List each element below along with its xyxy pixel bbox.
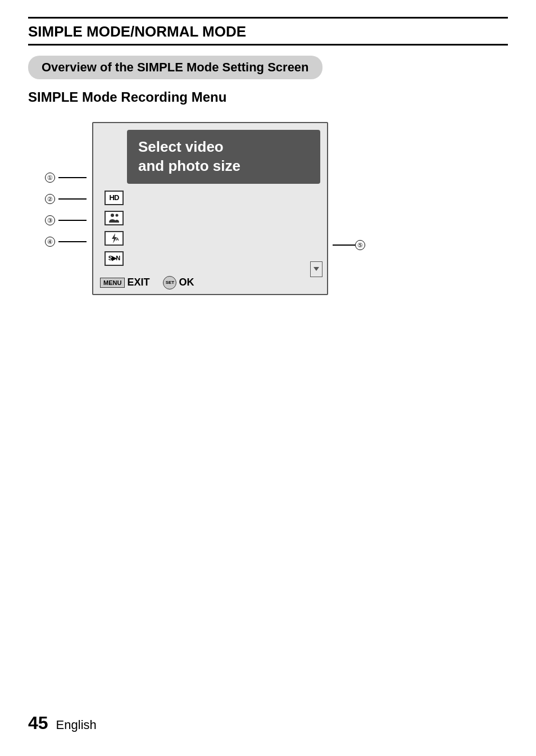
menu-item-hd: HD — [105, 188, 327, 207]
scroll-arrow — [314, 267, 319, 271]
callout-circle-3: ③ — [45, 215, 55, 225]
callout-circle-4: ④ — [45, 237, 55, 247]
exit-label: EXIT — [127, 277, 149, 288]
person-svg — [108, 212, 120, 224]
callout-line-5h — [333, 245, 355, 246]
hd-icon: HD — [105, 191, 124, 205]
callout-4: ④ — [45, 237, 87, 247]
callout-line-4 — [58, 241, 87, 242]
svg-point-1 — [116, 214, 119, 216]
screen-header-line2: and photo size — [138, 157, 240, 174]
callout-line-1 — [58, 177, 87, 178]
diagram-area: ① ② ③ ④ — [45, 122, 508, 295]
section-subtitle: SIMPLE Mode Recording Menu — [28, 89, 508, 105]
main-title: SIMPLE MODE/NORMAL MODE — [28, 23, 508, 40]
screen-header-line1: Select video — [138, 138, 224, 155]
page-language: English — [56, 718, 97, 732]
set-icon: SET — [163, 276, 176, 289]
callout-2: ② — [45, 194, 87, 204]
callouts-left: ① ② ③ ④ — [45, 167, 87, 252]
menu-item-sn: S▶N — [105, 249, 327, 268]
page-container: SIMPLE MODE/NORMAL MODE Overview of the … — [0, 0, 536, 756]
set-ok-btn: SET OK — [163, 276, 194, 289]
overview-header: Overview of the SIMPLE Mode Setting Scre… — [28, 56, 322, 79]
title-border — [28, 44, 508, 46]
callout-right-5: ⑤ — [333, 240, 365, 250]
callout-circle-5: ⑤ — [355, 240, 365, 250]
svg-text:A: A — [116, 237, 119, 242]
top-border — [28, 17, 508, 19]
sn-icon: S▶N — [105, 251, 124, 266]
svg-point-0 — [111, 214, 114, 217]
callout-3: ③ — [45, 215, 87, 225]
ok-label: OK — [179, 277, 194, 288]
page-footer: 45 English — [28, 713, 97, 734]
menu-item-scene — [105, 209, 327, 228]
callout-row-2: ② — [45, 188, 87, 210]
flash-svg: A — [108, 233, 120, 244]
callout-line-3 — [58, 220, 87, 221]
screen-bottom: MENU EXIT SET OK — [93, 271, 327, 294]
menu-items: HD — [105, 188, 327, 268]
callout-row-1: ① — [45, 167, 87, 188]
scroll-indicator — [310, 261, 322, 277]
flash-icon: A — [105, 231, 124, 246]
screen-selected-item: Select video and photo size — [127, 130, 320, 184]
page-number: 45 — [28, 713, 48, 734]
callout-line-2 — [58, 198, 87, 200]
callout-row-4: ④ — [45, 231, 87, 252]
menu-exit-btn: MENU EXIT — [100, 277, 149, 288]
screen-mock: Select video and photo size HD — [92, 122, 328, 295]
scene-icon — [105, 211, 124, 225]
menu-item-flash: A — [105, 229, 327, 248]
callout-circle-2: ② — [45, 194, 55, 204]
callout-row-3: ③ — [45, 210, 87, 231]
callout-1: ① — [45, 173, 87, 183]
callout-circle-1: ① — [45, 173, 55, 183]
menu-box: MENU — [100, 278, 125, 288]
